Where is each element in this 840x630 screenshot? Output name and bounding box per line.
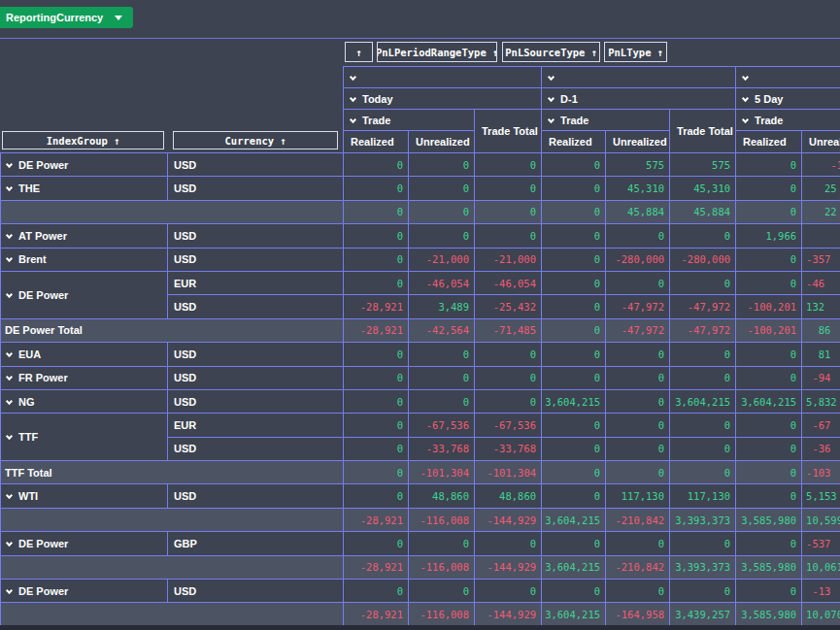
sort-direction-button[interactable]: ↑ — [345, 42, 373, 62]
value-cell: 0 — [670, 414, 736, 437]
value-cell: 0 — [606, 271, 670, 294]
table-row: FR PowerUSD0000000 -94 — [1, 366, 840, 389]
column-group-period-d-1[interactable]: D-1 — [542, 88, 736, 110]
value-cell-clipped: 22 — [802, 200, 840, 223]
value-cell: 0 — [409, 343, 475, 366]
chevron-down-icon — [6, 232, 13, 239]
column-header-unrealized[interactable]: Unrealized — [606, 131, 670, 153]
column-group-collapse-today[interactable] — [344, 67, 542, 88]
value-cell: 3,604,215 — [542, 389, 606, 413]
currency-cell: USD — [168, 153, 344, 177]
trade-label: Trade — [362, 115, 390, 126]
row-field-indexgroup[interactable]: IndexGroup ↑ — [2, 131, 164, 149]
currency-cell: USD — [168, 224, 344, 248]
value-cell: 0 — [736, 580, 802, 603]
value-cell: -42,564 — [409, 318, 475, 342]
value-cell: 0 — [542, 318, 606, 342]
header-divider — [0, 38, 840, 39]
value-cell: 117,130 — [670, 484, 736, 508]
pivot-field-label: PnLType — [608, 47, 651, 58]
measure-label: Unrealized — [613, 136, 667, 148]
column-header-realized[interactable]: Realized — [736, 131, 802, 153]
column-group-collapse-d-1[interactable] — [542, 67, 736, 88]
value-cell: 117,130 — [606, 484, 670, 508]
column-group-trade[interactable]: Trade — [344, 110, 475, 131]
header-collapse-row — [1, 67, 840, 88]
value-cell-clipped: 86 — [802, 318, 840, 342]
column-group-collapse-5-day[interactable] — [736, 67, 840, 88]
table-row: BrentUSD0-21,000-21,0000-280,000-280,000… — [1, 248, 840, 271]
value-cell: 0 — [542, 271, 606, 294]
period-label: 5 Day — [755, 93, 783, 105]
column-group-period-5-day[interactable]: 5 Day — [736, 88, 840, 110]
value-cell: 0 — [542, 295, 606, 318]
sort-arrow-icon: ↑ — [590, 47, 596, 58]
row-group-indexgroup[interactable]: TTF — [1, 414, 168, 461]
value-cell: 0 — [344, 271, 409, 294]
value-cell: 0 — [409, 532, 475, 555]
value-cell: 0 — [542, 414, 606, 437]
column-header-trade-total[interactable]: Trade Total — [670, 110, 736, 153]
chevron-down-icon — [548, 94, 554, 101]
value-cell: 0 — [542, 437, 606, 460]
sort-arrow-icon: ↑ — [280, 135, 286, 147]
value-cell: 0 — [736, 414, 802, 437]
row-group-indexgroup[interactable]: THE — [1, 177, 168, 200]
row-field-currency[interactable]: Currency ↑ — [173, 131, 338, 149]
value-cell: 0 — [670, 461, 736, 484]
currency-cell: USD — [168, 248, 344, 271]
value-cell: 3,393,373 — [670, 555, 736, 579]
column-header-trade-total[interactable]: Trade Total — [475, 110, 542, 153]
value-cell: 0 — [606, 343, 670, 366]
row-group-indexgroup[interactable]: WTI — [1, 484, 168, 508]
chevron-down-icon — [6, 492, 13, 499]
value-cell: 0 — [409, 366, 475, 389]
column-header-realized[interactable]: Realized — [344, 131, 409, 153]
column-group-trade[interactable]: Trade — [736, 110, 840, 131]
value-cell-clipped: 10,061 — [802, 555, 840, 579]
column-header-unrealized[interactable]: Unrealized — [802, 131, 840, 153]
value-cell: -210,842 — [606, 508, 670, 531]
row-group-indexgroup[interactable]: FR Power — [1, 366, 168, 389]
value-cell: 0 — [670, 224, 736, 248]
value-cell: 575 — [670, 153, 736, 177]
indexgroup-label: TTF — [18, 431, 38, 443]
value-cell: 3,585,980 — [736, 603, 802, 626]
pivot-field-pnltype[interactable]: PnLType ↑ — [604, 42, 667, 62]
value-cell: 3,585,980 — [736, 555, 802, 579]
value-cell-clipped — [802, 224, 840, 248]
value-cell: -280,000 — [670, 248, 736, 271]
column-header-unrealized[interactable]: Unrealized — [409, 131, 475, 153]
row-group-indexgroup[interactable]: DE Power — [1, 580, 168, 603]
chevron-down-icon — [6, 350, 13, 357]
row-total-label — [1, 508, 344, 531]
value-cell: 0 — [344, 248, 409, 271]
value-cell: -28,921 — [344, 295, 409, 318]
row-group-indexgroup[interactable]: Brent — [1, 248, 168, 271]
value-cell: 3,393,373 — [670, 508, 736, 531]
grid-body: DE PowerUSD00005755750 -1THEUSD000045,31… — [1, 153, 840, 627]
value-cell: 0 — [736, 248, 802, 271]
value-cell: 0 — [736, 177, 802, 200]
table-row: EUAUSD0000000 81 — [1, 343, 840, 366]
reporting-currency-dropdown[interactable]: ReportingCurrency — [0, 7, 133, 28]
horizontal-scrollbar-track[interactable] — [0, 625, 840, 630]
value-cell-clipped: 10,599 — [802, 508, 840, 531]
row-group-indexgroup[interactable]: AT Power — [1, 224, 168, 248]
value-cell: 1,966 — [736, 224, 802, 248]
pivot-field-pnlperiodrangetype[interactable]: PnLPeriodRangeType ↑ — [377, 42, 497, 62]
column-group-trade[interactable]: Trade — [542, 110, 670, 131]
value-cell: 0 — [475, 580, 542, 603]
row-group-indexgroup[interactable]: DE Power — [1, 271, 168, 318]
row-group-indexgroup[interactable]: NG — [1, 389, 168, 413]
column-group-period-today[interactable]: Today — [344, 88, 542, 110]
value-cell: -144,929 — [475, 603, 542, 626]
row-group-indexgroup[interactable]: DE Power — [1, 153, 168, 177]
value-cell: -67,536 — [475, 414, 542, 437]
pivot-field-pnlsourcetype[interactable]: PnLSourceType ↑ — [502, 42, 600, 62]
chevron-down-icon — [6, 374, 13, 381]
row-group-indexgroup[interactable]: DE Power — [1, 532, 168, 555]
column-header-realized[interactable]: Realized — [542, 131, 606, 153]
value-cell: 0 — [344, 484, 409, 508]
row-group-indexgroup[interactable]: EUA — [1, 343, 168, 366]
